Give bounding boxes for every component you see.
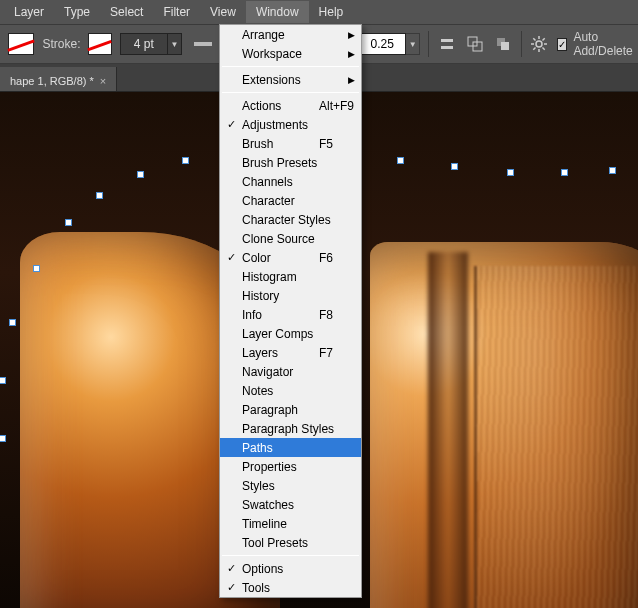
menu-item-channels[interactable]: Channels: [220, 172, 361, 191]
svg-rect-0: [441, 39, 453, 42]
menu-item-label: Actions: [242, 99, 319, 113]
menu-item-label: Swatches: [242, 498, 361, 512]
stroke-label: Stroke:: [42, 37, 80, 51]
menu-item-info[interactable]: InfoF8: [220, 305, 361, 324]
menu-item-adjustments[interactable]: ✓Adjustments: [220, 115, 361, 134]
stroke-weight-field[interactable]: 4 pt: [120, 33, 168, 55]
menu-item-label: Tool Presets: [242, 536, 361, 550]
window-menu-dropdown: Arrange▶Workspace▶Extensions▶ActionsAlt+…: [219, 24, 362, 598]
menu-item-label: Arrange: [242, 28, 361, 42]
menu-type[interactable]: Type: [54, 1, 100, 23]
menu-item-label: Styles: [242, 479, 361, 493]
path-anchor-point[interactable]: [182, 157, 189, 164]
menu-item-label: Notes: [242, 384, 361, 398]
menu-item-layer-comps[interactable]: Layer Comps: [220, 324, 361, 343]
menu-item-label: Workspace: [242, 47, 361, 61]
path-anchor-point[interactable]: [33, 265, 40, 272]
menu-separator: [222, 66, 359, 67]
svg-line-14: [543, 38, 545, 40]
checkmark-icon: ✓: [220, 118, 242, 131]
checkmark-icon: ✓: [220, 562, 242, 575]
menu-item-styles[interactable]: Styles: [220, 476, 361, 495]
menu-item-shortcut: F5: [319, 137, 361, 151]
menu-item-shortcut: F8: [319, 308, 361, 322]
fill-swatch-none[interactable]: [8, 33, 34, 55]
document-tab[interactable]: hape 1, RGB/8) * ×: [0, 67, 117, 91]
menu-item-color[interactable]: ✓ColorF6: [220, 248, 361, 267]
menu-window[interactable]: Window: [246, 1, 309, 23]
menu-item-label: Paths: [242, 441, 361, 455]
path-anchor-point[interactable]: [137, 171, 144, 178]
menu-item-brush-presets[interactable]: Brush Presets: [220, 153, 361, 172]
path-anchor-point[interactable]: [96, 192, 103, 199]
menu-item-extensions[interactable]: Extensions▶: [220, 70, 361, 89]
menu-item-label: Layer Comps: [242, 327, 361, 341]
align-edges-icon[interactable]: [437, 31, 457, 57]
path-anchor-point[interactable]: [561, 169, 568, 176]
menu-item-character[interactable]: Character: [220, 191, 361, 210]
path-anchor-point[interactable]: [0, 435, 6, 442]
menu-select[interactable]: Select: [100, 1, 153, 23]
menu-item-histogram[interactable]: Histogram: [220, 267, 361, 286]
menu-item-navigator[interactable]: Navigator: [220, 362, 361, 381]
menu-item-label: Timeline: [242, 517, 361, 531]
menu-filter[interactable]: Filter: [153, 1, 200, 23]
menu-view[interactable]: View: [200, 1, 246, 23]
path-anchor-point[interactable]: [397, 157, 404, 164]
menu-item-paths[interactable]: Paths: [220, 438, 361, 457]
menu-item-label: Color: [242, 251, 319, 265]
menu-item-label: Tools: [242, 581, 361, 595]
menu-item-swatches[interactable]: Swatches: [220, 495, 361, 514]
path-operations-icon[interactable]: [465, 31, 485, 57]
menu-item-history[interactable]: History: [220, 286, 361, 305]
path-anchor-point[interactable]: [609, 167, 616, 174]
menu-item-layers[interactable]: LayersF7: [220, 343, 361, 362]
menu-item-options[interactable]: ✓Options: [220, 559, 361, 578]
menu-item-paragraph[interactable]: Paragraph: [220, 400, 361, 419]
menu-item-brush[interactable]: BrushF5: [220, 134, 361, 153]
separator: [521, 31, 522, 57]
submenu-arrow-icon: ▶: [348, 75, 355, 85]
gear-icon[interactable]: [529, 31, 549, 57]
menu-item-label: Paragraph: [242, 403, 361, 417]
opacity-field[interactable]: 0.25: [358, 33, 406, 55]
menu-item-tool-presets[interactable]: Tool Presets: [220, 533, 361, 552]
menu-item-label: History: [242, 289, 361, 303]
stroke-style-preview[interactable]: [194, 42, 212, 46]
path-anchor-point[interactable]: [451, 163, 458, 170]
menu-item-notes[interactable]: Notes: [220, 381, 361, 400]
path-anchor-point[interactable]: [507, 169, 514, 176]
path-anchor-point[interactable]: [9, 319, 16, 326]
menu-item-label: Navigator: [242, 365, 361, 379]
menu-item-tools[interactable]: ✓Tools: [220, 578, 361, 597]
menu-layer[interactable]: Layer: [4, 1, 54, 23]
close-icon[interactable]: ×: [100, 75, 106, 87]
menu-item-clone-source[interactable]: Clone Source: [220, 229, 361, 248]
opacity-dropdown[interactable]: ▼: [406, 33, 420, 55]
menubar: LayerTypeSelectFilterViewWindowHelp: [0, 0, 638, 24]
path-anchor-point[interactable]: [0, 377, 6, 384]
stroke-weight-dropdown[interactable]: ▼: [168, 33, 182, 55]
auto-add-delete-checkbox[interactable]: ✓: [557, 38, 567, 51]
menu-item-character-styles[interactable]: Character Styles: [220, 210, 361, 229]
menu-item-workspace[interactable]: Workspace▶: [220, 44, 361, 63]
path-arrangement-icon[interactable]: [493, 31, 513, 57]
menu-item-label: Brush Presets: [242, 156, 361, 170]
submenu-arrow-icon: ▶: [348, 30, 355, 40]
menu-item-label: Layers: [242, 346, 319, 360]
submenu-arrow-icon: ▶: [348, 49, 355, 59]
separator: [428, 31, 429, 57]
menu-item-timeline[interactable]: Timeline: [220, 514, 361, 533]
menu-help[interactable]: Help: [309, 1, 354, 23]
svg-rect-1: [441, 46, 453, 49]
menu-item-actions[interactable]: ActionsAlt+F9: [220, 96, 361, 115]
menu-item-arrange[interactable]: Arrange▶: [220, 25, 361, 44]
menu-item-shortcut: F6: [319, 251, 361, 265]
svg-point-6: [536, 41, 542, 47]
menu-item-paragraph-styles[interactable]: Paragraph Styles: [220, 419, 361, 438]
auto-add-delete-label: Auto Add/Delete: [573, 30, 638, 58]
svg-line-13: [534, 48, 536, 50]
stroke-swatch-none[interactable]: [88, 33, 111, 55]
path-anchor-point[interactable]: [65, 219, 72, 226]
menu-item-properties[interactable]: Properties: [220, 457, 361, 476]
